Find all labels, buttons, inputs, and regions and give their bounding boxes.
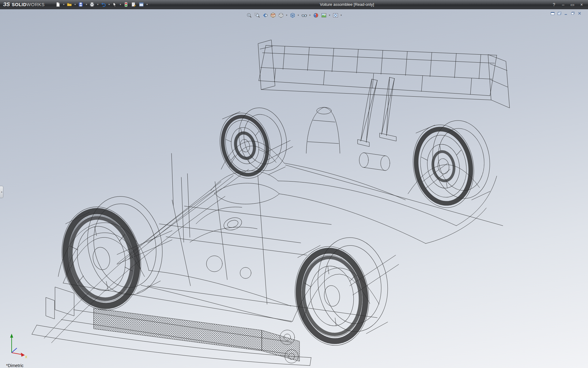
section-view-button[interactable]: [269, 11, 277, 19]
view-orientation-label: *Dimetric: [6, 363, 24, 368]
new-document-button[interactable]: [55, 1, 62, 8]
rebuild-button[interactable]: [123, 1, 130, 8]
file-properties-icon: [131, 2, 136, 7]
print-document-button[interactable]: [89, 1, 96, 8]
display-style-button[interactable]: [289, 11, 296, 19]
orientation-triad: x: [5, 329, 33, 361]
zoom-fit-icon: [246, 13, 252, 18]
options-dropdown[interactable]: ▾: [145, 1, 149, 8]
document-title: Voiture assomblee [Read-only]: [320, 2, 374, 7]
select-button[interactable]: [111, 1, 119, 8]
edit-appearance-icon: [313, 13, 318, 18]
print-document-dropdown[interactable]: ▾: [96, 1, 100, 8]
window-controls: ?–▭×: [549, 0, 586, 9]
section-view-icon: [270, 13, 276, 18]
zoom-to-area-button[interactable]: [253, 11, 261, 19]
triad-z-axis-icon: [12, 348, 17, 353]
window-minimize-button[interactable]: –: [559, 1, 568, 8]
main-toolbar: ▾▾▾▾▾▾▾: [50, 1, 149, 8]
view-orientation-dropdown[interactable]: ▾: [285, 12, 288, 19]
display-style-dropdown[interactable]: ▾: [297, 12, 300, 19]
window-restore-button[interactable]: ▭: [568, 1, 577, 8]
triad-y-axis-icon: [10, 334, 13, 338]
file-properties-button[interactable]: [130, 1, 138, 8]
rear-wing: [258, 40, 510, 108]
wheel-front-right: [213, 103, 293, 184]
chevron-left-icon: ◂: [1, 191, 2, 193]
mdi-window-previous-button[interactable]: [550, 11, 556, 16]
brand-name-bold: SOLID: [12, 2, 26, 7]
graphics-area[interactable]: ▾▾▾▾▾ ◂ x *Dimetric: [0, 9, 588, 368]
mdi-window-next-button[interactable]: [556, 11, 562, 16]
zoom-to-fit-button[interactable]: [245, 11, 253, 19]
previous-view-button[interactable]: [261, 11, 269, 19]
view-orientation-icon: [278, 13, 284, 18]
apply-scene-button[interactable]: [320, 11, 328, 19]
title-bar: ЗS SOLIDWORKS ▾▾▾▾▾▾▾ Voiture assomblee …: [0, 0, 588, 9]
options-button[interactable]: [138, 1, 145, 8]
window-close-button[interactable]: ×: [577, 1, 586, 8]
apply-scene-icon: [321, 13, 326, 18]
front-splitter: [32, 308, 311, 366]
mdi-close-button[interactable]: [577, 11, 582, 16]
hide-show-items-dropdown[interactable]: ▾: [308, 12, 312, 19]
open-folder-icon: [67, 2, 72, 7]
undo-dropdown[interactable]: ▾: [107, 1, 111, 8]
hide-show-items-button[interactable]: [300, 11, 308, 19]
apply-scene-dropdown[interactable]: ▾: [328, 12, 331, 19]
hide-show-icon: [301, 13, 307, 18]
save-icon: [78, 2, 83, 7]
view-settings-button[interactable]: [332, 11, 339, 19]
previous-view-icon: [262, 13, 268, 18]
open-document-dropdown[interactable]: ▾: [74, 1, 77, 8]
heads-up-toolbar: ▾▾▾▾▾: [243, 11, 345, 20]
wireframe-model: [0, 9, 588, 368]
wheel-rear-right: [407, 116, 496, 213]
task-pane-collapsed-tab[interactable]: ◂: [0, 186, 3, 198]
help-button[interactable]: ?: [549, 1, 559, 8]
dassault-logo-icon: ЗS: [3, 2, 10, 8]
triad-x-label: x: [25, 354, 27, 359]
new-document-dropdown[interactable]: ▾: [62, 1, 66, 8]
view-orientation-button[interactable]: [277, 11, 285, 19]
wheel-front-left: [52, 190, 171, 318]
solidworks-logo: ЗS SOLIDWORKS: [0, 2, 50, 8]
print-icon: [89, 2, 95, 7]
edit-appearance-button[interactable]: [312, 11, 320, 19]
zoom-area-icon: [254, 13, 260, 18]
save-document-button[interactable]: [77, 1, 85, 8]
triad-x-axis-icon: [21, 353, 25, 357]
display-style-icon: [290, 13, 295, 18]
select-cursor-icon: [112, 2, 117, 7]
open-document-button[interactable]: [66, 1, 73, 8]
save-document-dropdown[interactable]: ▾: [85, 1, 88, 8]
wing-supports: [358, 77, 396, 147]
view-settings-icon: [333, 13, 338, 18]
options-icon: [139, 2, 144, 7]
undo-button[interactable]: [100, 1, 107, 8]
roll-hoop: [306, 107, 390, 171]
brand-name-light: WORKS: [27, 2, 45, 7]
new-document-icon: [55, 2, 61, 7]
select-dropdown[interactable]: ▾: [119, 1, 122, 8]
view-settings-dropdown[interactable]: ▾: [340, 12, 343, 19]
rebuild-icon: [123, 2, 129, 7]
wheel-rear-left: [289, 233, 394, 350]
mdi-restore-button[interactable]: [570, 11, 576, 16]
mdi-window-controls: [550, 11, 582, 16]
mdi-minimize-button[interactable]: [563, 11, 569, 16]
undo-icon: [101, 2, 106, 7]
